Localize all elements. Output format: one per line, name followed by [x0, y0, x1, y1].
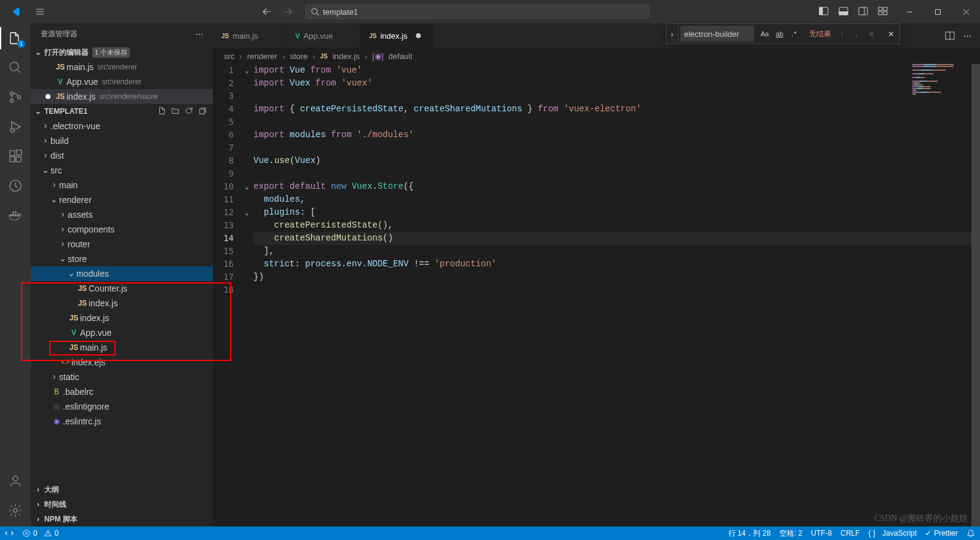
- match-case-icon[interactable]: Aa: [759, 28, 771, 40]
- editor-tab[interactable]: JSmain.js: [213, 23, 287, 48]
- toggle-secondary-sidebar-icon[interactable]: [858, 6, 869, 17]
- svg-point-35: [13, 476, 18, 481]
- encoding[interactable]: UTF-8: [811, 526, 832, 540]
- timeline-header[interactable]: ›时间线: [31, 497, 213, 512]
- regex-icon[interactable]: .​*: [788, 28, 800, 40]
- search-icon: [311, 7, 319, 16]
- chevron-down-icon: ⌄: [33, 107, 43, 116]
- file-eslintignore[interactable]: ◎.eslintignore: [31, 399, 213, 414]
- command-center[interactable]: template1: [305, 4, 650, 19]
- open-editors-header[interactable]: ⌄ 打开的编辑器 1 个未保存: [31, 45, 213, 60]
- split-editor-icon[interactable]: [945, 31, 955, 41]
- folder-assets[interactable]: ›assets: [31, 207, 213, 222]
- remote-icon[interactable]: [7, 177, 24, 194]
- code-editor[interactable]: 123456789101112131415161718 ⌄⌄⌄ import V…: [213, 64, 980, 526]
- run-debug-icon[interactable]: [7, 118, 24, 135]
- accounts-icon[interactable]: [7, 472, 24, 490]
- folder-store[interactable]: ⌄store: [31, 252, 213, 266]
- editor-scrollbar[interactable]: [971, 64, 980, 526]
- npm-scripts-header[interactable]: ›NPM 脚本: [31, 512, 213, 526]
- svg-rect-16: [935, 9, 940, 14]
- docker-icon[interactable]: [7, 207, 24, 224]
- new-folder-icon[interactable]: [171, 106, 181, 116]
- remote-indicator[interactable]: [5, 526, 14, 540]
- toggle-panel-icon[interactable]: [839, 6, 850, 17]
- project-header[interactable]: ⌄ TEMPLATE1: [31, 104, 213, 119]
- more-tab-actions-icon[interactable]: ⋯: [963, 31, 971, 41]
- folder-modules[interactable]: ⌄modules: [31, 266, 213, 281]
- folder-dist[interactable]: ›dist: [31, 148, 213, 163]
- notifications-icon[interactable]: [966, 526, 975, 540]
- file-store-index-js[interactable]: JSindex.js: [31, 311, 213, 325]
- toggle-primary-sidebar-icon[interactable]: [819, 6, 830, 17]
- extensions-icon[interactable]: [7, 148, 24, 165]
- folder-router[interactable]: ›router: [31, 237, 213, 252]
- file-app-vue[interactable]: VApp.vue: [31, 325, 213, 340]
- match-word-icon[interactable]: ab: [773, 28, 786, 40]
- folder-static[interactable]: ›static: [31, 370, 213, 384]
- find-next-icon[interactable]: ↓: [855, 30, 866, 39]
- new-file-icon[interactable]: [157, 106, 167, 116]
- indentation[interactable]: 空格: 2: [779, 526, 802, 540]
- file-babelrc[interactable]: B.babelrc: [31, 384, 213, 399]
- collapse-all-icon[interactable]: [198, 106, 208, 116]
- nav-back-button[interactable]: [258, 3, 276, 20]
- editor-tab[interactable]: VApp.vue: [287, 23, 361, 48]
- nav-forward-button[interactable]: [279, 3, 297, 20]
- svg-rect-25: [10, 151, 15, 156]
- find-input[interactable]: [680, 26, 754, 42]
- prettier-status[interactable]: ✓ Prettier: [925, 526, 958, 540]
- minimize-button[interactable]: [895, 0, 923, 23]
- file-modules-index-js[interactable]: JSindex.js: [31, 296, 213, 311]
- outline-header[interactable]: ›大纲: [31, 482, 213, 497]
- file-index-ejs[interactable]: <>index.ejs: [31, 355, 213, 370]
- svg-rect-34: [15, 212, 17, 213]
- folder-build[interactable]: ›build: [31, 133, 213, 148]
- hamburger-menu-icon[interactable]: [31, 2, 49, 21]
- minimap[interactable]: [912, 64, 971, 125]
- folder-renderer[interactable]: ⌄renderer: [31, 193, 213, 207]
- folder-src[interactable]: ⌄src: [31, 163, 213, 178]
- find-selection-icon[interactable]: ≡: [869, 30, 880, 39]
- file-eslintrc[interactable]: ◉.eslintrc.js: [31, 414, 213, 429]
- svg-point-24: [10, 129, 14, 132]
- open-editor-item[interactable]: JSmain.jssrc\renderer: [31, 60, 213, 74]
- settings-gear-icon[interactable]: [7, 502, 24, 519]
- problems-indicator[interactable]: 0 0: [22, 526, 58, 540]
- source-control-icon[interactable]: [7, 89, 24, 106]
- svg-rect-26: [10, 157, 15, 162]
- refresh-icon[interactable]: [185, 106, 194, 116]
- open-editor-item[interactable]: VApp.vuesrc\renderer: [31, 74, 213, 89]
- editor-tab[interactable]: JSindex.js: [361, 23, 434, 48]
- folder-components[interactable]: ›components: [31, 222, 213, 237]
- cursor-position[interactable]: 行 14，列 28: [728, 526, 771, 540]
- svg-point-3: [312, 9, 317, 14]
- sidebar-title: 资源管理器 ⋯: [31, 23, 213, 45]
- folder-main[interactable]: ›main: [31, 178, 213, 193]
- svg-rect-28: [17, 150, 22, 155]
- language-mode[interactable]: { } JavaScript: [869, 526, 917, 540]
- svg-rect-37: [200, 109, 205, 114]
- close-button[interactable]: [952, 0, 980, 23]
- modified-dot-icon: [416, 33, 421, 38]
- maximize-button[interactable]: [923, 0, 952, 23]
- svg-rect-9: [859, 7, 867, 15]
- open-editor-item[interactable]: JSindex.jssrc\renderer\store: [31, 89, 213, 104]
- find-close-icon[interactable]: ✕: [883, 30, 899, 39]
- svg-line-4: [317, 14, 319, 16]
- explorer-icon[interactable]: 1: [7, 30, 24, 47]
- breadcrumb[interactable]: src› renderer› store› JSindex.js› [◉]def…: [213, 48, 980, 64]
- file-counter-js[interactable]: JSCounter.js: [31, 281, 213, 296]
- find-prev-icon[interactable]: ↑: [840, 30, 851, 39]
- customize-layout-icon[interactable]: [878, 6, 889, 17]
- svg-point-36: [14, 509, 17, 512]
- statusbar: 0 0 行 14，列 28 空格: 2 UTF-8 CRLF { } JavaS…: [0, 526, 980, 540]
- more-actions-icon[interactable]: ⋯: [196, 30, 203, 39]
- folder-electron-vue[interactable]: ›.electron-vue: [31, 119, 213, 133]
- modified-dot-icon: [46, 94, 50, 99]
- eol[interactable]: CRLF: [840, 526, 859, 540]
- find-expand-icon[interactable]: ›: [666, 23, 679, 44]
- svg-rect-12: [883, 7, 887, 10]
- file-main-js[interactable]: JSmain.js: [31, 340, 213, 355]
- search-activity-icon[interactable]: [7, 59, 24, 76]
